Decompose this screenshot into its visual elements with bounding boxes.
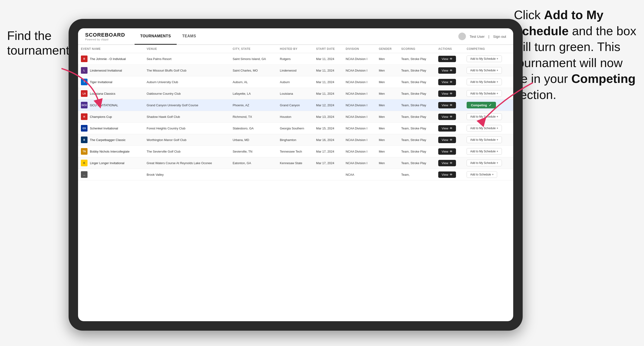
event-name-cell: K Linger Longer Invitational: [78, 157, 144, 169]
start-date-cell: Mar 11, 2024: [313, 65, 343, 76]
view-button[interactable]: View 👁: [438, 148, 456, 155]
view-button[interactable]: View 👁: [438, 102, 456, 108]
table-row: GS Schenkel Invitational Forest Heights …: [78, 123, 513, 134]
col-gender: GENDER: [376, 45, 398, 53]
add-label: Add to My Schedule: [470, 150, 496, 153]
venue-cell: Forest Heights Country Club: [144, 123, 230, 134]
add-label: Add to My Schedule: [470, 138, 496, 142]
table-row: R The Johnnie - O Individual Sea Palms R…: [78, 53, 513, 65]
check-icon: ✓: [489, 103, 492, 107]
event-name-cell: R The Johnnie - O Individual: [78, 53, 144, 65]
hosted-by-cell: Rutgers: [277, 53, 313, 65]
table-wrapper[interactable]: EVENT NAME VENUE CITY, STATE HOSTED BY S…: [78, 45, 513, 321]
logo-area: SCOREBOARD Powered by clippd: [85, 32, 125, 41]
add-to-schedule-button[interactable]: Add to My Schedule +: [466, 90, 502, 97]
add-to-schedule-button[interactable]: Add to My Schedule +: [466, 79, 502, 85]
competing-cell: Add to My Schedule +: [464, 146, 513, 157]
user-avatar: [458, 33, 466, 40]
add-label: Add to My Schedule: [470, 69, 496, 72]
add-to-schedule-button[interactable]: Add to My Schedule +: [466, 55, 502, 62]
city-state-cell: Auburn, AL: [230, 76, 277, 88]
city-state-cell: Statesboro, GA: [230, 123, 277, 134]
add-to-schedule-button[interactable]: Add to My Schedule +: [466, 67, 502, 74]
nav-tabs: TOURNAMENTS TEAMS: [134, 28, 202, 45]
competing-cell: Add to My Schedule +: [464, 111, 513, 123]
view-button[interactable]: View 👁: [438, 160, 456, 166]
plus-icon: +: [497, 115, 498, 118]
event-name-cell: GCU GCU INVITATIONAL: [78, 99, 144, 111]
plus-icon: +: [497, 92, 498, 95]
city-state-cell: Saint Simons Island, GA: [230, 53, 277, 65]
hosted-by-cell: Grand Canyon: [277, 99, 313, 111]
annotation-left: Find thetournament.: [7, 28, 73, 58]
event-name-text: Champions Cup: [90, 115, 112, 119]
actions-cell: View 👁: [436, 76, 464, 88]
hosted-by-cell: Tennessee Tech: [277, 146, 313, 157]
eye-icon: 👁: [450, 173, 453, 176]
view-label: View: [442, 161, 448, 165]
logo-subtitle: Powered by clippd: [85, 38, 125, 41]
competing-cell: Add to My Schedule +: [464, 134, 513, 146]
event-name-text: Bobby Nichols Intercollegiate: [90, 150, 130, 153]
city-state-cell: Lafayette, LA: [230, 88, 277, 99]
division-cell: NCAA Division I: [343, 123, 376, 134]
event-name-text: Lindenwood Invitational: [90, 69, 122, 72]
division-cell: NCAA Division I: [343, 157, 376, 169]
plus-icon: +: [497, 69, 498, 72]
tab-teams[interactable]: TEAMS: [177, 28, 202, 45]
view-button[interactable]: View 👁: [438, 137, 456, 143]
view-button[interactable]: View 👁: [438, 172, 456, 178]
city-state-cell: Saint Charles, MO: [230, 65, 277, 76]
start-date-cell: Mar 11, 2024: [313, 53, 343, 65]
table-row: H Champions Cup Shadow Hawk Golf Club Ri…: [78, 111, 513, 123]
start-date-cell: Mar 11, 2024: [313, 88, 343, 99]
view-label: View: [442, 69, 448, 72]
division-cell: NCAA Division I: [343, 76, 376, 88]
view-button[interactable]: View 👁: [438, 114, 456, 120]
logo-title: SCOREBOARD: [85, 32, 125, 38]
gender-cell: Men: [376, 99, 398, 111]
competing-label: Competing: [471, 103, 487, 107]
view-button[interactable]: View 👁: [438, 125, 456, 132]
competing-cell: Add to Schedule +: [464, 169, 513, 180]
plus-icon: +: [492, 173, 494, 176]
add-to-schedule-button[interactable]: Add to My Schedule +: [466, 113, 502, 120]
team-logo: B: [81, 137, 88, 143]
event-name-text: The Carpetbagger Classic: [90, 138, 126, 142]
add-to-schedule-button[interactable]: Add to Schedule +: [466, 171, 497, 178]
scoring-cell: Team, Stroke Play: [398, 65, 436, 76]
eye-icon: 👁: [450, 127, 453, 130]
division-cell: NCAA: [343, 169, 376, 180]
add-to-schedule-button[interactable]: Add to My Schedule +: [466, 137, 502, 143]
hosted-by-cell: Georgia Southern: [277, 123, 313, 134]
eye-icon: 👁: [450, 115, 453, 119]
city-state-cell: Urbana, MD: [230, 134, 277, 146]
add-to-schedule-button[interactable]: Add to My Schedule +: [466, 125, 502, 132]
eye-icon: 👁: [450, 138, 453, 142]
table-row: B The Carpetbagger Classic Worthington M…: [78, 134, 513, 146]
event-name-text: Linger Longer Invitational: [90, 161, 124, 165]
view-button[interactable]: View 👁: [438, 67, 456, 74]
separator: |: [488, 34, 489, 38]
city-state-cell: Eatonton, GA: [230, 157, 277, 169]
competing-button[interactable]: Competing ✓: [466, 102, 496, 108]
division-cell: NCAA Division I: [343, 146, 376, 157]
header-right: Test User | Sign out: [458, 33, 506, 40]
scoring-cell: Team, Stroke Play: [398, 99, 436, 111]
plus-icon: +: [497, 150, 498, 153]
add-to-schedule-button[interactable]: Add to My Schedule +: [466, 160, 502, 166]
event-name-cell: B The Carpetbagger Classic: [78, 134, 144, 146]
col-event-name: EVENT NAME: [78, 45, 144, 53]
team-logo: GCU: [81, 102, 88, 108]
event-name-cell: T Tiger Invitational: [78, 76, 144, 88]
view-button[interactable]: View 👁: [438, 79, 456, 85]
view-button[interactable]: View 👁: [438, 56, 456, 62]
hosted-by-cell: [277, 169, 313, 180]
tab-tournaments[interactable]: TOURNAMENTS: [134, 28, 177, 45]
col-start-date: START DATE: [313, 45, 343, 53]
add-to-schedule-button[interactable]: Add to My Schedule +: [466, 148, 502, 155]
sign-out-link[interactable]: Sign out: [493, 34, 506, 38]
division-cell: NCAA Division I: [343, 134, 376, 146]
view-button[interactable]: View 👁: [438, 90, 456, 97]
plus-icon: +: [497, 138, 498, 142]
